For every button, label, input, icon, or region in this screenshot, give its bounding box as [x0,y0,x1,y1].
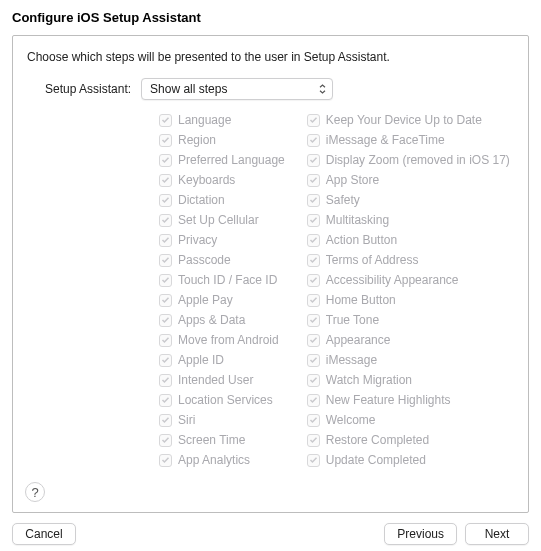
checkmark-icon[interactable] [307,254,320,267]
step-item: Siri [159,410,285,430]
checkmark-icon[interactable] [307,174,320,187]
step-item: iMessage & FaceTime [307,130,510,150]
checkmark-icon[interactable] [307,414,320,427]
checkmark-icon[interactable] [307,354,320,367]
cancel-button[interactable]: Cancel [12,523,76,545]
setup-assistant-select[interactable]: Show all steps [141,78,333,100]
checkmark-icon[interactable] [159,274,172,287]
step-label: Intended User [178,373,253,387]
step-label: iMessage & FaceTime [326,133,445,147]
checkmark-icon[interactable] [307,314,320,327]
step-item: New Feature Highlights [307,390,510,410]
checkmark-icon[interactable] [307,334,320,347]
step-item: Preferred Language [159,150,285,170]
checkmark-icon[interactable] [159,334,172,347]
checkmark-icon[interactable] [159,294,172,307]
checkmark-icon[interactable] [159,194,172,207]
step-label: Action Button [326,233,397,247]
steps-column-1: LanguageRegionPreferred LanguageKeyboard… [159,110,285,470]
checkmark-icon[interactable] [159,314,172,327]
step-label: Apple ID [178,353,224,367]
step-label: Accessibility Appearance [326,273,459,287]
instruction-text: Choose which steps will be presented to … [27,50,514,64]
checkmark-icon[interactable] [159,414,172,427]
step-label: Dictation [178,193,225,207]
step-label: New Feature Highlights [326,393,451,407]
select-value: Show all steps [150,82,227,96]
step-item: Touch ID / Face ID [159,270,285,290]
step-item: Privacy [159,230,285,250]
checkmark-icon[interactable] [159,394,172,407]
step-label: Preferred Language [178,153,285,167]
step-label: Screen Time [178,433,245,447]
checkmark-icon[interactable] [159,114,172,127]
step-item: Set Up Cellular [159,210,285,230]
step-item: Display Zoom (removed in iOS 17) [307,150,510,170]
checkmark-icon[interactable] [307,434,320,447]
step-item: Safety [307,190,510,210]
step-item: Terms of Address [307,250,510,270]
step-label: Keyboards [178,173,235,187]
checkmark-icon[interactable] [307,194,320,207]
next-button[interactable]: Next [465,523,529,545]
checkmark-icon[interactable] [307,114,320,127]
step-label: App Store [326,173,379,187]
checkmark-icon[interactable] [159,234,172,247]
step-item: Multitasking [307,210,510,230]
step-label: Move from Android [178,333,279,347]
checkmark-icon[interactable] [159,454,172,467]
step-label: Display Zoom (removed in iOS 17) [326,153,510,167]
checkmark-icon[interactable] [159,354,172,367]
step-label: Siri [178,413,195,427]
step-item: App Analytics [159,450,285,470]
step-item: Intended User [159,370,285,390]
checkmark-icon[interactable] [307,214,320,227]
footer-buttons: Cancel Previous Next [12,523,529,545]
step-label: True Tone [326,313,379,327]
step-label: iMessage [326,353,377,367]
step-item: Accessibility Appearance [307,270,510,290]
config-panel: Choose which steps will be presented to … [12,35,529,513]
step-label: Welcome [326,413,376,427]
checkmark-icon[interactable] [159,134,172,147]
checkmark-icon[interactable] [159,434,172,447]
step-label: Language [178,113,231,127]
step-item: Watch Migration [307,370,510,390]
step-item: True Tone [307,310,510,330]
checkmark-icon[interactable] [307,154,320,167]
step-item: Language [159,110,285,130]
checkmark-icon[interactable] [307,274,320,287]
step-label: Set Up Cellular [178,213,259,227]
checkmark-icon[interactable] [159,254,172,267]
step-item: Action Button [307,230,510,250]
checkmark-icon[interactable] [159,374,172,387]
step-label: Terms of Address [326,253,419,267]
previous-button[interactable]: Previous [384,523,457,545]
checkmark-icon[interactable] [307,294,320,307]
checkmark-icon[interactable] [307,234,320,247]
step-label: Appearance [326,333,391,347]
checkmark-icon[interactable] [159,214,172,227]
help-button[interactable]: ? [25,482,45,502]
step-label: Apps & Data [178,313,245,327]
step-item: Screen Time [159,430,285,450]
steps-columns: LanguageRegionPreferred LanguageKeyboard… [27,110,514,470]
checkmark-icon[interactable] [307,374,320,387]
step-label: Passcode [178,253,231,267]
step-item: Move from Android [159,330,285,350]
step-item: Apple Pay [159,290,285,310]
step-item: Keyboards [159,170,285,190]
checkmark-icon[interactable] [159,174,172,187]
step-label: Keep Your Device Up to Date [326,113,482,127]
checkmark-icon[interactable] [307,454,320,467]
checkmark-icon[interactable] [307,394,320,407]
checkmark-icon[interactable] [307,134,320,147]
step-item: Apps & Data [159,310,285,330]
step-item: Update Completed [307,450,510,470]
checkmark-icon[interactable] [159,154,172,167]
step-item: Restore Completed [307,430,510,450]
step-item: Appearance [307,330,510,350]
step-item: Apple ID [159,350,285,370]
step-item: iMessage [307,350,510,370]
page-title: Configure iOS Setup Assistant [12,10,529,25]
